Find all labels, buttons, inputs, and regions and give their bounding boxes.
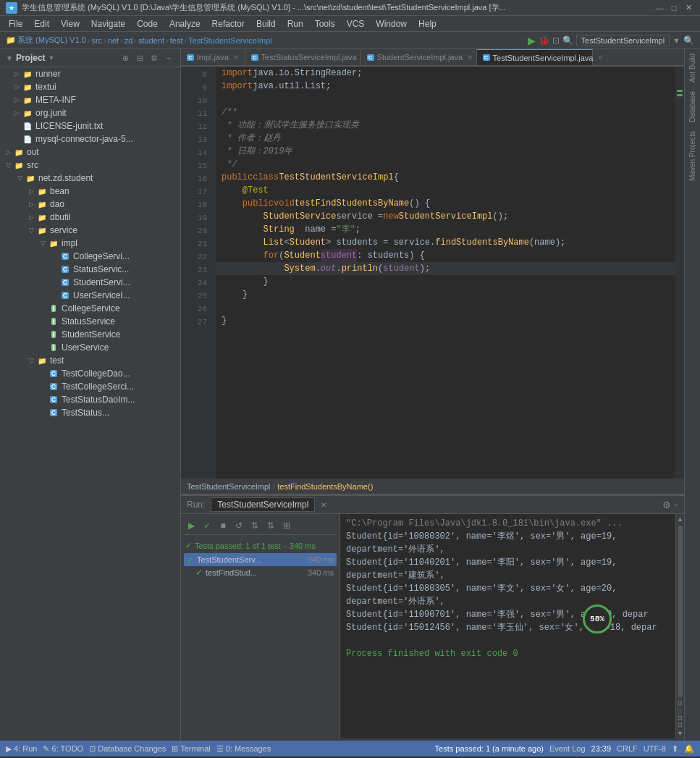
menu-navigate[interactable]: Navigate (85, 17, 131, 30)
menu-help[interactable]: Help (413, 17, 442, 30)
output-scrollbar[interactable]: ▲ ⊡ ↓ ⊡ ⊡ ▼ (675, 514, 684, 738)
run-name-tab[interactable]: TestStudentServiceImpl (211, 497, 315, 512)
tree-item-orgjunit[interactable]: ▷ 📁 org.junit (0, 106, 180, 119)
tree-item-src[interactable]: ▽ 📁 src (0, 159, 180, 172)
tree-item-runner[interactable]: ▷ 📁 runner (0, 67, 180, 80)
sidebar-locate-icon[interactable]: ⊕ (119, 52, 131, 64)
tree-item-net-zd-student[interactable]: ▽ 📁 net.zd.student (0, 172, 180, 185)
status-git-icon[interactable]: ⬆ (672, 744, 678, 754)
run-rerun-btn[interactable]: ↺ (232, 518, 246, 533)
close-button[interactable]: ✕ (683, 2, 694, 14)
status-run-tab[interactable]: ▶ 4: Run (6, 744, 37, 754)
ant-build-label[interactable]: Ant Build (687, 49, 698, 87)
run-ok-btn[interactable]: ✓ (200, 518, 214, 533)
tree-item-dbutil[interactable]: ▷ 📁 dbutil (0, 211, 180, 224)
breadcrumb-net[interactable]: net (108, 36, 119, 45)
code-breadcrumb-method[interactable]: testFindStudentsByName() (277, 482, 373, 491)
menu-window[interactable]: Window (370, 17, 413, 30)
sidebar-collapse-icon[interactable]: ▼ (6, 54, 13, 62)
tree-item-statusservice-i[interactable]: I StatusService (0, 315, 180, 328)
menu-code[interactable]: Code (131, 17, 164, 30)
status-notification-icon[interactable]: 🔔 (684, 744, 694, 754)
tab-teststatusserviceimpl[interactable]: C TestStatusServiceImpl.java ✕ (245, 49, 361, 65)
minimize-button[interactable]: — (654, 2, 665, 14)
tab-teststudentserviceimpl[interactable]: C TestStudentServiceImpl.java ✕ (477, 49, 593, 65)
tree-item-impl[interactable]: ▽ 📁 impl (0, 237, 180, 250)
breadcrumb-test[interactable]: test (170, 36, 183, 45)
coverage-button[interactable]: ⊡ (552, 35, 560, 46)
menu-file[interactable]: File (3, 17, 28, 30)
status-encoding[interactable]: UTF-8 (644, 744, 666, 753)
tree-item-testcollegeserci[interactable]: C TestCollegeSerci... (0, 380, 180, 393)
tree-item-out[interactable]: ▷ 📁 out (0, 146, 180, 159)
editor-scrollbar[interactable] (675, 67, 684, 479)
search-button[interactable]: 🔍 (562, 35, 573, 46)
tree-item-dao[interactable]: ▷ 📁 dao (0, 198, 180, 211)
tree-item-teststatus[interactable]: C TestStatus... (0, 406, 180, 419)
tree-item-userservicei[interactable]: C UserServiceI... (0, 289, 180, 302)
sidebar-settings-icon[interactable]: ⚙ (148, 52, 160, 64)
tree-item-statusservic[interactable]: C StatusServic... (0, 263, 180, 276)
sidebar-hide-icon[interactable]: − (163, 52, 174, 64)
maximize-button[interactable]: □ (668, 2, 680, 14)
run-play-btn[interactable]: ▶ (184, 518, 198, 533)
tree-item-meta-inf[interactable]: ▷ 📁 META-INF (0, 93, 180, 106)
scroll-icons[interactable]: ⊡ ↓ ⊡ ⊡ (678, 700, 683, 728)
menu-run[interactable]: Run (282, 17, 309, 30)
run-button[interactable]: ▶ (528, 35, 536, 46)
status-db-tab[interactable]: ⊡ Database Changes (89, 744, 166, 754)
gear-icon[interactable]: ⚙ (662, 500, 671, 510)
breadcrumb-zd[interactable]: zd (125, 36, 133, 45)
status-todo-tab[interactable]: ✎ 6: TODO (43, 744, 83, 754)
tree-item-test-folder[interactable]: ▽ 📁 test (0, 354, 180, 367)
tree-item-service[interactable]: ▽ 📁 service (0, 224, 180, 237)
search-everywhere-icon[interactable]: 🔍 (683, 35, 694, 46)
tree-item-testcollegedao[interactable]: C TestCollegeDao... (0, 367, 180, 380)
tree-item-userservice-i[interactable]: I UserService (0, 341, 180, 354)
tree-item-studentservi[interactable]: C StudentServi... (0, 276, 180, 289)
run-item-1[interactable]: ✓ TestStudentServ... 340 ms (184, 553, 337, 566)
run-expand-btn[interactable]: ⊞ (279, 518, 294, 533)
sidebar-collapse-all-icon[interactable]: ⊟ (134, 52, 146, 64)
tree-item-bean[interactable]: ▷ 📁 bean (0, 185, 180, 198)
run-sort2-btn[interactable]: ⇅ (263, 518, 278, 533)
current-file-tab[interactable]: TestStudentServiceImpl (576, 35, 670, 46)
scroll-up-icon[interactable]: ▲ (677, 515, 683, 523)
breadcrumb-src[interactable]: src (91, 36, 102, 45)
scroll-down-icon[interactable]: ▼ (677, 730, 683, 737)
event-log-link[interactable]: Event Log (549, 744, 586, 753)
breadcrumb-student[interactable]: student (138, 36, 164, 45)
tree-item-license[interactable]: 📄 LICENSE-junit.txt (0, 119, 180, 132)
panel-hide-icon[interactable]: − (674, 500, 678, 509)
menu-tools[interactable]: Tools (309, 17, 341, 30)
breadcrumb-class[interactable]: TestStudentServiceImpl (188, 36, 272, 45)
status-line-ending[interactable]: CRLF (617, 744, 638, 753)
tree-item-collegeservi[interactable]: C CollegeServi... (0, 250, 180, 263)
debug-button[interactable]: 🐞 (539, 35, 549, 46)
tab-impl[interactable]: C Impl.java ✕ (181, 49, 245, 65)
menu-build[interactable]: Build (250, 17, 282, 30)
run-output[interactable]: "C:\Program Files\Java\jdk1.8.0_181\bin\… (340, 514, 675, 738)
maven-projects-label[interactable]: Maven Projects (687, 127, 698, 185)
menu-edit[interactable]: Edit (28, 17, 55, 30)
tree-item-studentservice-i[interactable]: I StudentService (0, 328, 180, 341)
run-close-btn[interactable]: ✕ (321, 501, 326, 509)
tree-item-mysql[interactable]: 📄 mysql-connector-java-5... (0, 132, 180, 146)
code-breadcrumb-class[interactable]: TestStudentServiceImpl (187, 482, 271, 491)
tree-item-textui[interactable]: ▷ 📁 textui (0, 80, 180, 93)
tree-item-teststatusdaoim[interactable]: C TestStatusDaoIm... (0, 393, 180, 406)
run-item-2[interactable]: ✓ testFindStud... 340 ms (184, 566, 337, 579)
menu-analyze[interactable]: Analyze (164, 17, 206, 30)
code-content[interactable]: import java.io.StringReader; import java… (216, 67, 675, 479)
status-messages-tab[interactable]: ☰ 0: Messages (216, 744, 271, 754)
status-terminal-tab[interactable]: ⊞ Terminal (172, 744, 210, 754)
tree-item-collegeservice-i[interactable]: I CollegeService (0, 302, 180, 315)
dropdown-icon[interactable]: ▼ (672, 36, 680, 45)
menu-view[interactable]: View (55, 17, 85, 30)
sidebar-dropdown-icon[interactable]: ▼ (49, 54, 55, 62)
run-stop-btn[interactable]: ■ (216, 518, 230, 533)
tab-studentserviceimpl[interactable]: C StudentServiceImpl.java ✕ (361, 49, 477, 65)
run-sort-btn[interactable]: ⇅ (248, 518, 262, 533)
breadcrumb-root[interactable]: 系统 (MySQL) V1.0 (17, 35, 86, 46)
menu-vcs[interactable]: VCS (341, 17, 371, 30)
